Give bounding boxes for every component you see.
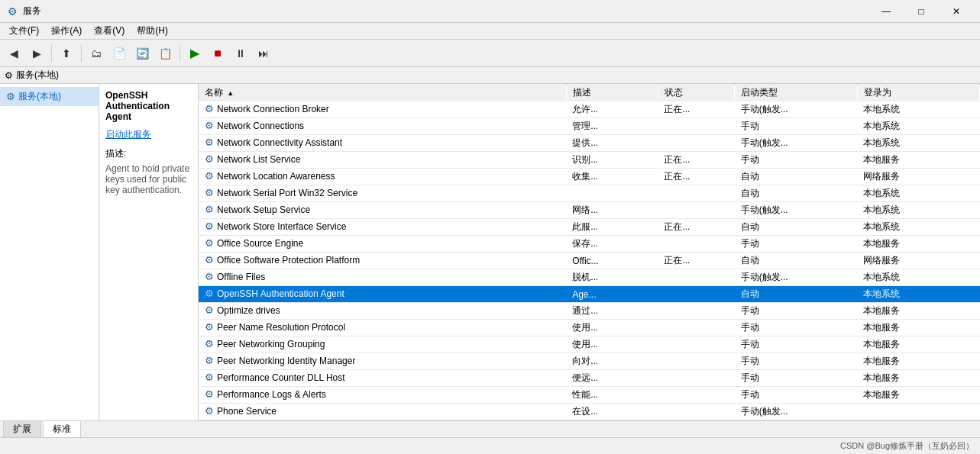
service-desc-cell: Age... — [566, 286, 658, 303]
menu-help[interactable]: 帮助(H) — [131, 23, 174, 39]
forward-button[interactable]: ▶ — [26, 43, 47, 64]
service-desc-cell: 网络... — [566, 202, 658, 219]
toolbar-separator-1 — [51, 45, 52, 62]
service-desc-cell: 此服... — [566, 219, 658, 236]
service-desc-cell: 提供... — [566, 135, 658, 152]
service-startup-cell: 手动(触发... — [735, 135, 857, 152]
service-name-cell: Offline Files — [217, 272, 265, 282]
service-name-cell: Network Connection Broker — [217, 104, 329, 114]
service-gear-icon: ⚙ — [205, 221, 214, 232]
content-pane: OpenSSH Authentication Agent 启动此服务 描述: A… — [99, 84, 980, 420]
service-name-cell: Optimize drives — [217, 305, 280, 316]
table-row[interactable]: ⚙Optimize drives通过...手动本地服务 — [199, 303, 980, 320]
service-desc-cell: 保存... — [566, 236, 658, 253]
back-button[interactable]: ◀ — [3, 43, 24, 64]
sidebar-item-local-services[interactable]: ⚙ 服务(本地) — [0, 87, 99, 106]
description-label: 描述: — [105, 147, 192, 160]
menu-file[interactable]: 文件(F) — [3, 23, 45, 39]
export-button[interactable]: 📋 — [154, 43, 176, 64]
service-gear-icon: ⚙ — [205, 187, 214, 198]
table-row[interactable]: ⚙Performance Logs & Alerts性能...手动本地服务 — [199, 387, 980, 404]
table-row[interactable]: ⚙Performance Counter DLL Host便远...手动本地服务 — [199, 370, 980, 387]
col-header-startup[interactable]: 启动类型 — [735, 84, 857, 102]
service-login-cell: 本地系统 — [857, 118, 979, 135]
table-row[interactable]: ⚙Offline Files脱机...手动(触发...本地系统 — [199, 269, 980, 286]
col-header-desc[interactable]: 描述 — [566, 84, 658, 102]
refresh-button[interactable]: 🔄 — [131, 43, 153, 64]
service-name-cell: Network Serial Port Win32 Service — [217, 188, 357, 198]
status-bar-text: CSDN @Bug修炼手册（互奶必回） — [840, 440, 974, 452]
service-name-cell: Network Connections — [217, 121, 304, 131]
service-name-cell: Network List Service — [217, 154, 300, 165]
service-status-cell: 正在... — [658, 152, 734, 169]
maximize-button[interactable]: □ — [904, 0, 939, 23]
start-service-button[interactable]: ▶ — [184, 43, 205, 64]
toolbar: ◀ ▶ ⬆ 🗂 📄 🔄 📋 ▶ ■ ⏸ ⏭ — [0, 40, 980, 67]
service-status-cell — [658, 303, 734, 320]
service-startup-cell: 手动 — [735, 303, 857, 320]
minimize-button[interactable]: — — [868, 0, 904, 23]
table-row[interactable]: ⚙Network List Service识别...正在...手动本地服务 — [199, 152, 980, 169]
show-hide-tree-button[interactable]: 🗂 — [86, 43, 107, 64]
col-header-name[interactable]: 名称 ▲ — [199, 84, 566, 102]
service-desc-cell: 使用... — [566, 320, 658, 336]
table-row[interactable]: ⚙Network Location Awareness收集...正在...自动网… — [199, 169, 980, 185]
service-name-cell: Office Source Engine — [217, 238, 303, 249]
menu-action[interactable]: 操作(A) — [45, 23, 88, 39]
properties-button[interactable]: 📄 — [108, 43, 130, 64]
table-row[interactable]: ⚙Network Connectivity Assistant提供...手动(触… — [199, 135, 980, 152]
table-row[interactable]: ⚙Phone Service在设...手动(触发... — [199, 404, 980, 420]
service-startup-cell: 手动 — [735, 387, 857, 404]
table-row[interactable]: ⚙Network Connections管理...手动本地系统 — [199, 118, 980, 135]
table-row[interactable]: ⚙Office Software Protection PlatformOffi… — [199, 253, 980, 269]
service-startup-cell: 手动 — [735, 336, 857, 353]
service-gear-icon: ⚙ — [205, 237, 214, 249]
table-row[interactable]: ⚙Network Connection Broker允许...正在...手动(触… — [199, 101, 980, 118]
sidebar-gear-icon: ⚙ — [6, 91, 15, 102]
up-button[interactable]: ⬆ — [56, 43, 77, 64]
service-gear-icon: ⚙ — [205, 137, 214, 148]
service-login-cell: 本地服务 — [857, 387, 979, 404]
close-button[interactable]: ✕ — [939, 0, 974, 23]
menu-view[interactable]: 查看(V) — [88, 23, 131, 39]
table-row[interactable]: ⚙OpenSSH Authentication AgentAge...自动本地系… — [199, 286, 980, 303]
service-desc-cell: 允许... — [566, 101, 658, 118]
service-gear-icon: ⚙ — [205, 405, 214, 417]
start-service-link[interactable]: 启动此服务 — [105, 128, 192, 141]
table-row[interactable]: ⚙Network Setup Service网络...手动(触发...本地系统 — [199, 202, 980, 219]
table-row[interactable]: ⚙Peer Networking Identity Manager向对...手动… — [199, 353, 980, 370]
service-status-cell — [658, 236, 734, 253]
restart-service-button[interactable]: ⏭ — [253, 43, 274, 64]
service-login-cell: 本地服务 — [857, 370, 979, 387]
table-row[interactable]: ⚙Peer Networking Grouping使用...手动本地服务 — [199, 336, 980, 353]
col-header-login[interactable]: 登录为 — [857, 84, 979, 102]
tab-extended[interactable]: 扩展 — [3, 420, 41, 437]
service-desc-cell: Offic... — [566, 253, 658, 269]
service-name-cell: Performance Logs & Alerts — [217, 389, 326, 400]
service-desc-cell: 收集... — [566, 169, 658, 185]
service-gear-icon: ⚙ — [205, 388, 214, 400]
col-header-status[interactable]: 状态 — [658, 84, 734, 102]
service-status-cell: 正在... — [658, 253, 734, 269]
service-startup-cell: 自动 — [735, 253, 857, 269]
service-status-cell: 正在... — [658, 169, 734, 185]
service-gear-icon: ⚙ — [205, 153, 214, 165]
table-row[interactable]: ⚙Network Serial Port Win32 Service自动本地系统 — [199, 185, 980, 202]
service-desc-cell — [566, 185, 658, 202]
stop-service-button[interactable]: ■ — [207, 43, 228, 64]
services-table-container[interactable]: 名称 ▲ 描述 状态 启动类型 登录为 ⚙Network Connected D… — [199, 84, 980, 420]
service-status-cell: 正在... — [658, 101, 734, 118]
service-startup-cell: 手动 — [735, 118, 857, 135]
table-row[interactable]: ⚙Office Source Engine保存...手动本地服务 — [199, 236, 980, 253]
service-status-cell — [658, 320, 734, 336]
selected-service-name: OpenSSH Authentication Agent — [105, 90, 192, 122]
service-gear-icon: ⚙ — [205, 304, 214, 316]
pause-service-button[interactable]: ⏸ — [230, 43, 251, 64]
service-desc-cell: 性能... — [566, 387, 658, 404]
tab-standard[interactable]: 标准 — [43, 420, 81, 437]
service-login-cell: 本地服务 — [857, 303, 979, 320]
status-bar: CSDN @Bug修炼手册（互奶必回） — [0, 437, 980, 454]
table-row[interactable]: ⚙Network Store Interface Service此服...正在.… — [199, 219, 980, 236]
table-row[interactable]: ⚙Peer Name Resolution Protocol使用...手动本地服… — [199, 320, 980, 336]
service-name-cell: Network Setup Service — [217, 204, 310, 215]
